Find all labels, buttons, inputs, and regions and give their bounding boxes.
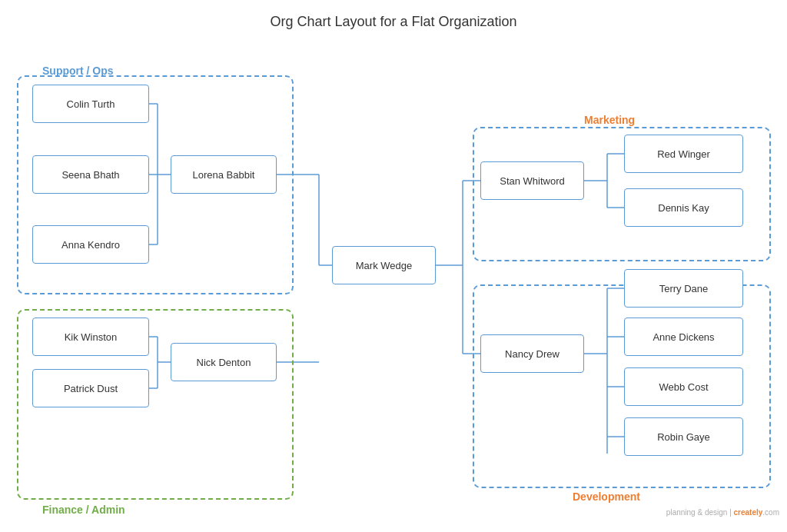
patrick-dust-node: Patrick Dust xyxy=(32,369,149,407)
mark-wedge-node: Mark Wedge xyxy=(332,246,436,284)
watermark: planning & design | creately.com xyxy=(666,508,779,517)
nick-denton-node: Nick Denton xyxy=(171,343,277,381)
stan-whitword-node: Stan Whitword xyxy=(480,161,584,200)
nancy-drew-node: Nancy Drew xyxy=(480,334,584,373)
dennis-kay-node: Dennis Kay xyxy=(624,188,743,227)
terry-dane-node: Terry Dane xyxy=(624,269,743,308)
webb-cost-node: Webb Cost xyxy=(624,367,743,406)
support-ops-label: Support / Ops xyxy=(42,65,114,77)
colin-turth-node: Colin Turth xyxy=(32,85,149,123)
anna-kendro-node: Anna Kendro xyxy=(32,225,149,264)
red-winger-node: Red Winger xyxy=(624,135,743,173)
kik-winston-node: Kik Winston xyxy=(32,318,149,356)
anne-dickens-node: Anne Dickens xyxy=(624,318,743,356)
development-label: Development xyxy=(573,490,640,503)
marketing-label: Marketing xyxy=(584,114,635,126)
seena-bhath-node: Seena Bhath xyxy=(32,155,149,194)
finance-admin-label: Finance / Admin xyxy=(42,504,125,516)
robin-gaye-node: Robin Gaye xyxy=(624,417,743,456)
page-title: Org Chart Layout for a Flat Organization xyxy=(0,0,787,38)
lorena-babbit-node: Lorena Babbit xyxy=(171,155,277,194)
